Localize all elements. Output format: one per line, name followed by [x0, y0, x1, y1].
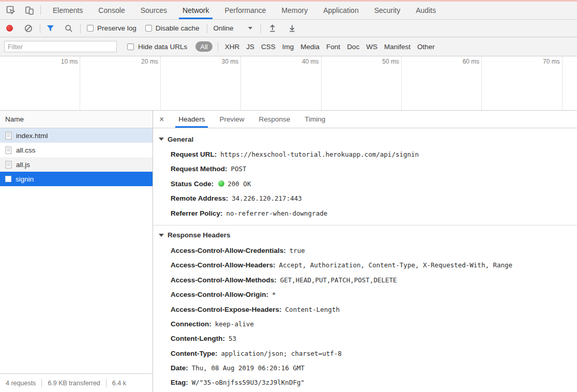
header-name: Request URL:: [171, 150, 217, 158]
tab-network[interactable]: Network: [175, 2, 217, 19]
throttling-dropdown[interactable]: Online: [214, 24, 252, 32]
timeline-tick-label: 70 ms: [482, 56, 561, 65]
clear-icon[interactable]: [24, 24, 33, 33]
network-toolbar: Preserve log Disable cache Online: [0, 20, 577, 37]
filter-type-media[interactable]: Media: [300, 43, 320, 51]
status-ok-icon: [218, 180, 224, 187]
header-row: Content-Length:53: [153, 331, 577, 345]
filter-type-other[interactable]: Other: [417, 43, 435, 51]
devtools-window: Elements Console Sources Network Perform…: [0, 0, 577, 392]
preserve-log-label: Preserve log: [97, 24, 136, 32]
general-section-header[interactable]: General: [153, 131, 577, 147]
response-headers-section-header[interactable]: Response Headers: [153, 228, 577, 243]
tab-security[interactable]: Security: [367, 2, 408, 19]
header-name: Status Code:: [171, 180, 214, 188]
filter-type-js[interactable]: JS: [246, 43, 254, 51]
divider: [261, 24, 261, 33]
tab-headers[interactable]: Headers: [178, 111, 205, 128]
header-name: Content-Type:: [171, 350, 218, 357]
header-value: 34.226.120.217:443: [232, 194, 301, 202]
headers-body: General Request URL:https://hexschool-tu…: [153, 128, 577, 392]
request-row-all-css[interactable]: all.css: [0, 143, 153, 157]
header-row: Status Code:200 OK: [153, 176, 577, 191]
filter-funnel-icon[interactable]: [47, 25, 54, 32]
import-har-icon[interactable]: [268, 24, 277, 33]
device-toolbar-icon[interactable]: [23, 4, 36, 17]
tab-application[interactable]: Application: [315, 2, 367, 19]
close-icon[interactable]: ×: [159, 115, 164, 124]
filter-type-font[interactable]: Font: [326, 43, 340, 51]
divider: [207, 24, 207, 33]
header-row: Access-Control-Expose-Headers:Content-Le…: [153, 302, 577, 316]
hide-data-urls-checkbox[interactable]: [127, 43, 134, 50]
chevron-down-icon: [248, 27, 252, 29]
request-name: signin: [16, 175, 34, 183]
filter-type-img[interactable]: Img: [282, 43, 294, 51]
transferred-size: 6.9 KB transferred: [42, 380, 105, 387]
header-name: Content-Length:: [171, 335, 225, 342]
timeline-column: 20 ms: [80, 56, 160, 110]
header-value: GET,HEAD,PUT,PATCH,POST,DELETE: [280, 276, 397, 284]
header-name: Date:: [171, 364, 188, 372]
tab-performance[interactable]: Performance: [217, 2, 274, 19]
filter-type-css[interactable]: CSS: [261, 43, 276, 51]
header-row: Connection:keep-alive: [153, 316, 577, 331]
resources-size: 6.4 k: [107, 380, 132, 387]
name-column-header[interactable]: Name: [0, 111, 153, 128]
section-title: Response Headers: [168, 231, 231, 239]
filter-type-doc[interactable]: Doc: [347, 43, 359, 51]
section-divider: [153, 225, 577, 225]
preserve-log-checkbox[interactable]: [87, 25, 94, 32]
disable-cache-label: Disable cache: [156, 24, 200, 32]
timeline-column: 60 ms: [402, 56, 482, 110]
timeline-column: 70 ms: [482, 56, 562, 110]
search-icon[interactable]: [65, 24, 73, 33]
header-name: Access-Control-Allow-Headers:: [171, 261, 276, 269]
header-name: Access-Control-Expose-Headers:: [171, 306, 282, 313]
throttling-value: Online: [214, 24, 234, 32]
header-value: keep-alive: [215, 320, 254, 328]
export-har-icon[interactable]: [288, 24, 296, 33]
tab-memory[interactable]: Memory: [274, 2, 316, 19]
record-icon[interactable]: [6, 25, 13, 32]
request-name: index.html: [16, 132, 48, 140]
filter-type-manifest[interactable]: Manifest: [384, 43, 411, 51]
network-overview-timeline[interactable]: 10 ms 20 ms 30 ms 40 ms 50 ms 60 ms 70 m…: [0, 56, 577, 111]
network-filter-bar: Hide data URLs All XHR JS CSS Img Media …: [0, 37, 577, 56]
request-row-index-html[interactable]: index.html: [0, 128, 153, 143]
tabbar-icon-group: [4, 4, 36, 17]
filter-type-xhr[interactable]: XHR: [225, 43, 240, 51]
request-row-signin[interactable]: signin: [0, 172, 153, 186]
filter-type-all[interactable]: All: [195, 41, 212, 52]
network-content: Name index.html: [0, 111, 577, 392]
tab-console[interactable]: Console: [90, 2, 132, 19]
tab-timing[interactable]: Timing: [305, 111, 325, 128]
tab-audits[interactable]: Audits: [408, 2, 444, 19]
timeline-tick-label: 40 ms: [241, 56, 321, 65]
timeline-column: 40 ms: [241, 56, 321, 110]
header-name: Request Method:: [171, 165, 227, 173]
requests-count: 4 requests: [0, 380, 41, 387]
tab-response[interactable]: Response: [259, 111, 290, 128]
request-row-all-js[interactable]: all.js: [0, 157, 153, 172]
section-title: General: [168, 135, 193, 143]
tab-elements[interactable]: Elements: [45, 2, 90, 19]
header-value: true: [290, 247, 305, 254]
preserve-log-toggle[interactable]: Preserve log: [87, 24, 136, 32]
divider: [40, 24, 40, 33]
disable-cache-toggle[interactable]: Disable cache: [145, 24, 200, 32]
header-row: Etag:W/"35-oBnjfss59U3/3zJ9lKnDFg": [153, 375, 577, 389]
inspect-element-icon[interactable]: [4, 4, 18, 17]
header-row: Remote Address:34.226.120.217:443: [153, 191, 577, 205]
tab-sources[interactable]: Sources: [133, 2, 175, 19]
filter-type-ws[interactable]: WS: [366, 43, 377, 51]
header-value: application/json; charset=utf-8: [221, 350, 342, 357]
header-value: W/"35-oBnjfss59U3/3zJ9lKnDFg": [192, 379, 305, 386]
timeline-column: 50 ms: [322, 56, 402, 110]
triangle-down-icon: [159, 234, 164, 237]
header-row: Request URL:https://hexschool-tutorial.h…: [153, 147, 577, 161]
header-value: *: [272, 291, 276, 298]
tab-preview[interactable]: Preview: [219, 111, 244, 128]
disable-cache-checkbox[interactable]: [145, 25, 152, 32]
filter-input[interactable]: [4, 41, 117, 52]
